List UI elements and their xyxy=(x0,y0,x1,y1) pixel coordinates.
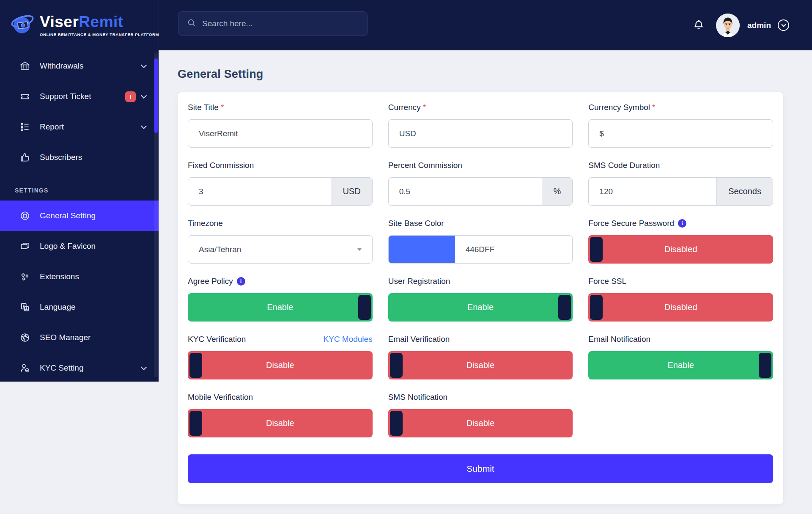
field-timezone: Timezone Asia/Tehran xyxy=(188,218,373,264)
globe-icon xyxy=(19,332,30,344)
sidebar-nav-top: Withdrawals Support Ticket ! Report Subs… xyxy=(0,51,159,173)
main-content: General Setting Site Title* Currency* Cu… xyxy=(159,50,812,514)
sidebar-item-extensions[interactable]: Extensions xyxy=(0,261,159,292)
agree-policy-toggle[interactable]: Enable xyxy=(188,293,373,322)
info-icon[interactable]: i xyxy=(678,219,686,228)
force-ssl-label: Force SSL xyxy=(588,277,626,286)
lifebuoy-icon xyxy=(19,210,30,222)
sidebar-item-subscribers[interactable]: Subscribers xyxy=(0,142,159,173)
toggle-knob xyxy=(358,295,371,320)
field-kyc-verification: KYC VerificationKYC Modules Disable xyxy=(188,334,373,379)
brand-globe-icon: $ xyxy=(9,11,36,39)
kyc-verification-toggle[interactable]: Disable xyxy=(188,351,373,379)
user-registration-toggle[interactable]: Enable xyxy=(388,293,573,322)
toggle-knob xyxy=(189,353,202,378)
search-input[interactable] xyxy=(202,19,359,28)
site-title-input[interactable] xyxy=(199,129,362,138)
fixed-commission-input[interactable] xyxy=(199,187,320,196)
user-menu-chevron-icon[interactable] xyxy=(778,19,789,31)
sidebar-section-settings: SETTINGS xyxy=(0,173,159,201)
field-fixed-commission: Fixed Commission USD xyxy=(188,160,373,206)
field-currency: Currency* xyxy=(388,102,573,148)
currency-label: Currency xyxy=(388,103,421,112)
notifications-bell-icon[interactable] xyxy=(692,19,705,32)
site-title-label: Site Title xyxy=(188,103,219,112)
info-icon[interactable]: i xyxy=(237,277,245,286)
submit-button[interactable]: Submit xyxy=(188,454,773,483)
search-box[interactable] xyxy=(178,11,368,36)
select-caret-icon xyxy=(357,248,362,251)
sidebar-item-support-ticket[interactable]: Support Ticket ! xyxy=(0,81,159,112)
kyc-modules-link[interactable]: KYC Modules xyxy=(323,335,372,344)
color-hex-value: 446DFF xyxy=(466,245,495,254)
required-asterisk: * xyxy=(423,103,426,112)
mobile-verification-label: Mobile Verification xyxy=(188,393,253,402)
field-sms-code-duration: SMS Code Duration Seconds xyxy=(588,160,773,206)
chevron-down-icon xyxy=(141,62,147,68)
user-registration-label: User Registration xyxy=(388,277,450,286)
color-swatch[interactable] xyxy=(389,236,455,263)
site-base-color-picker[interactable]: 446DFF xyxy=(388,235,573,264)
sidebar-item-withdrawals[interactable]: Withdrawals xyxy=(0,51,159,81)
currency-symbol-input[interactable] xyxy=(599,129,762,138)
username-label: admin xyxy=(747,21,771,30)
translate-icon xyxy=(19,302,30,313)
email-notification-label: Email Notification xyxy=(588,335,650,344)
mobile-verification-toggle[interactable]: Disable xyxy=(188,409,373,437)
sms-code-duration-addon: Seconds xyxy=(716,178,773,205)
toggle-knob xyxy=(390,353,403,378)
fixed-commission-addon: USD xyxy=(331,178,372,205)
sidebar-scrollbar-thumb[interactable] xyxy=(154,58,158,133)
bank-icon xyxy=(19,60,30,72)
sidebar-item-general-setting[interactable]: General Setting xyxy=(0,201,159,231)
sidebar-item-logo-favicon[interactable]: Logo & Favicon xyxy=(0,231,159,261)
sidebar-item-report[interactable]: Report xyxy=(0,112,159,142)
force-ssl-toggle[interactable]: Disabled xyxy=(588,293,773,322)
sidebar-item-language[interactable]: Language xyxy=(0,292,159,322)
brand-logo[interactable]: $ ViserRemit ONLINE REMITTANCE & MONEY T… xyxy=(0,0,159,51)
sidebar-item-seo-manager[interactable]: SEO Manager xyxy=(0,322,159,353)
sms-notification-toggle[interactable]: Disable xyxy=(388,409,573,437)
sms-notification-label: SMS Notification xyxy=(388,393,447,402)
brand-name: ViserRemit xyxy=(40,14,159,30)
field-user-registration: User Registration Enable xyxy=(388,276,573,322)
field-force-secure-password: Force Secure Passwordi Disabled xyxy=(588,218,773,264)
general-setting-card: Site Title* Currency* Currency Symbol* F… xyxy=(178,92,783,504)
topbar: admin xyxy=(159,0,812,50)
percent-commission-input[interactable] xyxy=(399,187,531,196)
agree-policy-label: Agree Policy xyxy=(188,277,233,286)
timezone-label: Timezone xyxy=(188,219,223,228)
gears-icon xyxy=(19,271,30,283)
search-icon xyxy=(187,18,196,29)
required-asterisk: * xyxy=(652,103,655,112)
email-verification-toggle[interactable]: Disable xyxy=(388,351,573,379)
report-list-icon xyxy=(19,121,30,133)
field-email-verification: Email Verification Disable xyxy=(388,334,573,379)
field-site-base-color: Site Base Color 446DFF xyxy=(388,218,573,264)
field-currency-symbol: Currency Symbol* xyxy=(588,102,773,148)
field-percent-commission: Percent Commission % xyxy=(388,160,573,206)
kyc-verification-label: KYC Verification xyxy=(188,335,246,344)
toggle-knob xyxy=(390,411,403,436)
timezone-select[interactable]: Asia/Tehran xyxy=(188,235,373,264)
field-force-ssl: Force SSL Disabled xyxy=(588,276,773,322)
brand-tagline: ONLINE REMITTANCE & MONEY TRANSFER PLATF… xyxy=(40,32,159,37)
force-secure-password-toggle[interactable]: Disabled xyxy=(588,235,773,264)
sms-code-duration-input[interactable] xyxy=(599,187,706,196)
svg-text:$: $ xyxy=(22,24,24,27)
field-sms-notification: SMS Notification Disable xyxy=(388,392,573,437)
email-notification-toggle[interactable]: Enable xyxy=(588,351,773,379)
field-email-notification: Email Notification Enable xyxy=(588,334,773,379)
toggle-knob xyxy=(558,295,571,320)
sidebar-item-kyc-setting[interactable]: KYC Setting xyxy=(0,353,159,383)
user-avatar[interactable] xyxy=(716,14,740,37)
chevron-down-icon xyxy=(141,364,147,370)
sidebar: $ ViserRemit ONLINE REMITTANCE & MONEY T… xyxy=(0,0,159,382)
percent-commission-addon: % xyxy=(542,178,573,205)
currency-input[interactable] xyxy=(399,129,562,138)
page-title: General Setting xyxy=(178,68,783,81)
sidebar-nav-settings: General Setting Logo & Favicon Extension… xyxy=(0,201,159,383)
percent-commission-label: Percent Commission xyxy=(388,161,462,170)
chevron-down-icon xyxy=(141,92,147,98)
toggle-knob xyxy=(759,353,771,378)
